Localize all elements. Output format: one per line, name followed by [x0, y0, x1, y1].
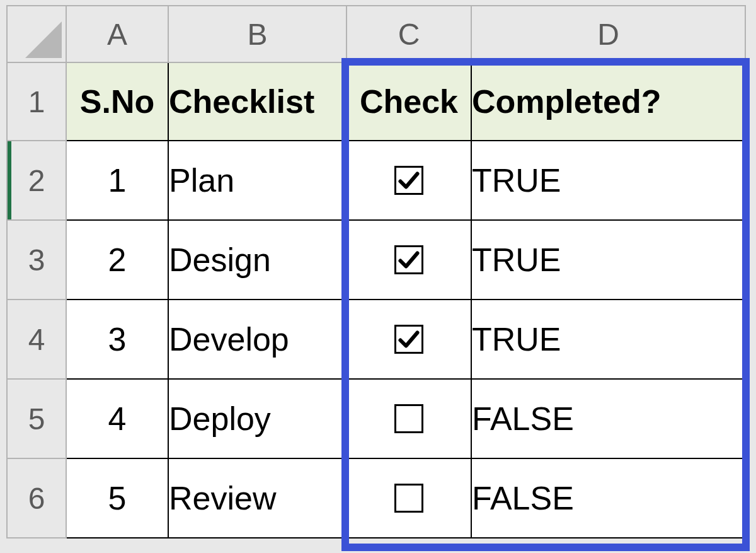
- checkbox-wrap: [347, 245, 471, 274]
- cell-D5[interactable]: FALSE: [471, 379, 745, 458]
- table-row: 3 2 Design TRUE: [7, 220, 745, 300]
- cell-D2[interactable]: TRUE: [471, 141, 745, 220]
- cell-C1[interactable]: Check: [346, 62, 471, 141]
- row-header-5[interactable]: 5: [7, 379, 66, 458]
- column-header-B[interactable]: B: [168, 6, 346, 62]
- cell-A5[interactable]: 4: [66, 379, 168, 458]
- cell-B2[interactable]: Plan: [168, 141, 346, 220]
- checkbox-wrap: [347, 325, 471, 354]
- select-all-triangle[interactable]: [7, 6, 66, 62]
- column-header-A[interactable]: A: [66, 6, 168, 62]
- check-icon: [398, 328, 420, 351]
- spreadsheet-viewport: A B C D 1 S.No Checklist Check Completed…: [0, 0, 756, 553]
- checkbox-wrap: [347, 484, 471, 513]
- checkbox[interactable]: [394, 325, 423, 354]
- cell-C5[interactable]: [346, 379, 471, 458]
- cell-A3[interactable]: 2: [66, 220, 168, 300]
- cell-C4[interactable]: [346, 300, 471, 379]
- column-header-C[interactable]: C: [346, 6, 471, 62]
- column-header-row: A B C D: [7, 6, 745, 62]
- cell-A6[interactable]: 5: [66, 458, 168, 538]
- cell-A4[interactable]: 3: [66, 300, 168, 379]
- row-header-4[interactable]: 4: [7, 300, 66, 379]
- cell-C2[interactable]: [346, 141, 471, 220]
- cell-B5[interactable]: Deploy: [168, 379, 346, 458]
- table-row: 5 4 Deploy FALSE: [7, 379, 745, 458]
- cell-C3[interactable]: [346, 220, 471, 300]
- cell-B4[interactable]: Develop: [168, 300, 346, 379]
- cell-D3[interactable]: TRUE: [471, 220, 745, 300]
- table-row: 4 3 Develop TRUE: [7, 300, 745, 379]
- row-header-6[interactable]: 6: [7, 458, 66, 538]
- check-icon: [398, 169, 420, 192]
- cell-D6[interactable]: FALSE: [471, 458, 745, 538]
- cell-C6[interactable]: [346, 458, 471, 538]
- check-icon: [398, 248, 420, 271]
- cell-D1[interactable]: Completed?: [471, 62, 745, 141]
- cell-B6[interactable]: Review: [168, 458, 346, 538]
- checkbox[interactable]: [394, 404, 423, 433]
- cell-A1[interactable]: S.No: [66, 62, 168, 141]
- cell-A2[interactable]: 1: [66, 141, 168, 220]
- row-header-1[interactable]: 1: [7, 62, 66, 141]
- column-header-D[interactable]: D: [471, 6, 745, 62]
- checkbox[interactable]: [394, 245, 423, 274]
- cell-B1[interactable]: Checklist: [168, 62, 346, 141]
- checkbox[interactable]: [394, 166, 423, 195]
- checkbox-wrap: [347, 166, 471, 195]
- table-row: 1 S.No Checklist Check Completed?: [7, 62, 745, 141]
- cell-D4[interactable]: TRUE: [471, 300, 745, 379]
- row-header-3[interactable]: 3: [7, 220, 66, 300]
- checkbox-wrap: [347, 404, 471, 433]
- checkbox[interactable]: [394, 484, 423, 513]
- table-row: 2 1 Plan TRUE: [7, 141, 745, 220]
- spreadsheet-grid: A B C D 1 S.No Checklist Check Completed…: [6, 5, 746, 538]
- cell-B3[interactable]: Design: [168, 220, 346, 300]
- table-row: 6 5 Review FALSE: [7, 458, 745, 538]
- row-header-2[interactable]: 2: [7, 141, 66, 220]
